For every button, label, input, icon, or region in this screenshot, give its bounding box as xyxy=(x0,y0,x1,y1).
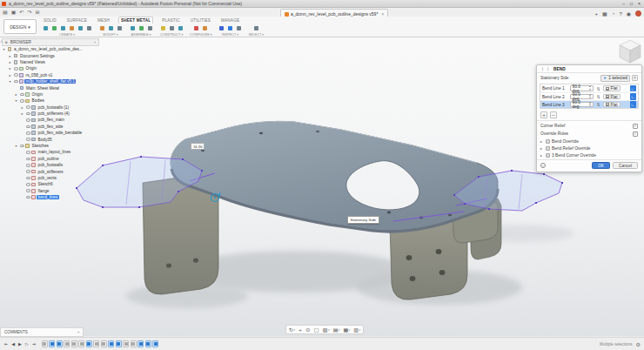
file-menu[interactable]: ▤ xyxy=(3,10,8,15)
timeline-feature[interactable] xyxy=(71,340,77,347)
select[interactable] xyxy=(252,24,259,31)
user-avatar[interactable] xyxy=(635,10,641,17)
zoom-window[interactable]: ▧▾ xyxy=(323,327,330,333)
collapsible-section[interactable]: ▸ Bend Relief Override xyxy=(537,145,641,151)
tree-active-component[interactable]: m3p_holder_shelf_flat v5:1 xyxy=(8,78,99,84)
unfold[interactable] xyxy=(68,24,75,31)
timeline-feature[interactable] xyxy=(101,340,107,347)
tree-named-views[interactable]: Named Views xyxy=(8,59,99,65)
timeline-feature[interactable] xyxy=(116,340,122,347)
step-back[interactable]: ◀ xyxy=(10,341,16,347)
visibility-eye-icon[interactable] xyxy=(26,138,30,141)
tree-component-pcb[interactable]: rs_058_pcb v1 xyxy=(8,72,99,78)
undo[interactable]: ↶ xyxy=(19,10,23,15)
bend-direction-icon[interactable]: ∟ xyxy=(630,93,637,100)
align[interactable] xyxy=(146,24,153,31)
flip-direction-icon[interactable]: ⇅ xyxy=(595,102,601,107)
visibility-eye-icon[interactable] xyxy=(26,151,30,154)
add-bend-line-button[interactable]: + xyxy=(540,111,547,118)
tree-sketch[interactable]: pcb_footwalls xyxy=(20,162,99,168)
expand-arrow-icon[interactable] xyxy=(8,60,12,64)
timeline-feature[interactable] xyxy=(49,340,55,347)
tree-sketch[interactable]: Sketch6 xyxy=(20,181,99,187)
timeline-feature[interactable] xyxy=(131,340,137,347)
bend-line-row[interactable]: Bend Line 3 90.0 deg▲▼ ⇅ Flat ∟ xyxy=(540,100,638,108)
expand-arrow-icon[interactable] xyxy=(20,105,24,110)
ok-button[interactable]: OK xyxy=(592,162,610,169)
timeline-settings-gear-icon[interactable]: ⚙ xyxy=(636,341,641,347)
refold[interactable] xyxy=(116,24,123,31)
expand-arrow-icon[interactable] xyxy=(14,144,18,148)
minimize[interactable]: – xyxy=(622,1,625,6)
save[interactable]: ▣ xyxy=(11,10,17,15)
close[interactable]: × xyxy=(638,1,641,6)
tree-sketch[interactable]: main_layout_lines xyxy=(20,149,99,155)
visibility-eye-icon[interactable] xyxy=(14,67,18,71)
flip-direction-icon[interactable]: ⇅ xyxy=(595,94,601,99)
notifications[interactable]: ◉ xyxy=(627,11,631,17)
bend-direction-icon[interactable]: ∟ xyxy=(630,85,637,92)
expand-arrow-icon[interactable] xyxy=(8,66,12,71)
expand-arrow-icon[interactable]: ▸ xyxy=(540,139,544,144)
visibility-eye-icon[interactable] xyxy=(26,118,30,122)
press-pull[interactable] xyxy=(98,24,105,31)
visibility-eye-icon[interactable] xyxy=(26,112,30,116)
axis[interactable] xyxy=(168,24,175,31)
new-tab[interactable]: + xyxy=(595,11,599,17)
expand-arrow-icon[interactable] xyxy=(2,47,6,51)
timeline-feature[interactable] xyxy=(57,340,63,347)
info-icon[interactable]: i xyxy=(540,163,546,168)
remove-bend-line-button[interactable]: − xyxy=(550,111,557,118)
timeline-feature[interactable] xyxy=(78,340,84,347)
zoom[interactable]: ⊙ xyxy=(305,327,311,333)
collapsible-section[interactable]: ▸ Bend Override xyxy=(537,138,641,145)
expand-arrow-icon[interactable] xyxy=(8,73,12,77)
layout-grid[interactable]: ⊞ xyxy=(35,10,39,15)
expand-arrow-icon[interactable] xyxy=(14,98,18,103)
tree-root-document[interactable]: a_dcmn_rev_level_pcb_outline_des... xyxy=(2,46,99,52)
tree-origin[interactable]: Origin xyxy=(8,65,99,71)
tree-sketch[interactable]: pcb_stiffeners xyxy=(20,168,99,174)
visibility-eye-icon[interactable] xyxy=(26,189,30,192)
workspace-selector[interactable]: DESIGN▾ xyxy=(3,19,37,34)
angle-input[interactable]: 90.0 deg▲▼ xyxy=(570,102,594,108)
tree-origin-2[interactable]: Origin xyxy=(14,91,99,98)
orbit[interactable]: ↻▾ xyxy=(289,327,295,333)
step-forward[interactable]: ▷ xyxy=(24,341,30,347)
expand-arrow-icon[interactable] xyxy=(14,92,18,97)
joint[interactable] xyxy=(138,24,144,31)
stationary-side-selection[interactable]: ➤ 1 selected xyxy=(600,75,630,82)
bend-line-row[interactable]: Bend Line 2 90.0 deg▲▼ ⇅ Flat ∟ xyxy=(540,92,638,100)
timeline-feature[interactable] xyxy=(93,340,99,347)
extrude[interactable] xyxy=(50,24,57,31)
timeline-feature[interactable] xyxy=(138,340,144,347)
home-view-icon[interactable]: ⌂ xyxy=(0,38,609,44)
flat-state-button[interactable]: Flat xyxy=(603,94,621,100)
new-component[interactable] xyxy=(129,24,136,31)
dialog-titlebar[interactable]: ⋮⋮ BEND xyxy=(537,65,641,73)
bend-dialog[interactable]: ⋮⋮ BEND Stationary Side ➤ 1 selected × B… xyxy=(536,64,642,172)
help[interactable]: ? xyxy=(619,11,621,17)
viewports[interactable]: ▥▾ xyxy=(353,327,360,333)
pan[interactable]: + xyxy=(299,327,302,333)
plane[interactable] xyxy=(159,24,166,31)
grid-layout[interactable]: ▦▾ xyxy=(343,327,350,333)
visibility-eye-icon[interactable] xyxy=(14,80,18,84)
bend[interactable] xyxy=(59,24,66,31)
checkbox[interactable]: ✓ xyxy=(633,124,638,129)
timeline-feature[interactable] xyxy=(123,340,129,347)
expand-arrow-icon[interactable] xyxy=(8,54,12,58)
maximize[interactable]: □ xyxy=(630,1,633,6)
fillet[interactable] xyxy=(107,24,114,31)
flange[interactable] xyxy=(42,24,49,31)
fit[interactable]: ▢ xyxy=(314,327,319,333)
variants[interactable] xyxy=(202,24,209,31)
tree-body[interactable]: pcb_flex_side xyxy=(20,124,99,130)
visibility-eye-icon[interactable] xyxy=(26,158,30,161)
configure[interactable] xyxy=(193,24,200,31)
tree-body[interactable]: pcb_flex_main xyxy=(20,117,99,123)
angle-input[interactable]: 90.0 deg▲▼ xyxy=(570,85,594,91)
point[interactable] xyxy=(177,24,184,31)
visibility-eye-icon[interactable] xyxy=(20,145,24,148)
cancel-button[interactable]: Cancel xyxy=(613,162,638,169)
